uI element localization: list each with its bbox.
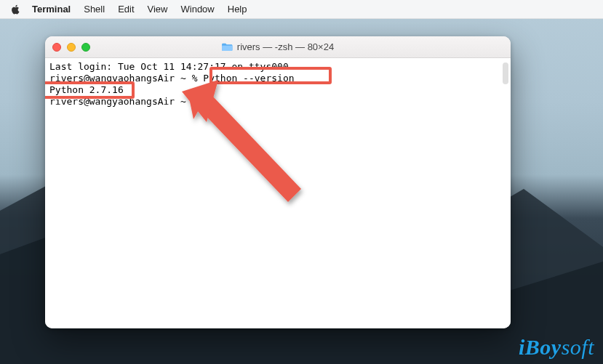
window-close-button[interactable] bbox=[52, 43, 61, 52]
window-title-text: rivers — -zsh — 80×24 bbox=[237, 41, 334, 52]
terminal-last-login: Last login: Tue Oct 11 14:27:17 on ttys0… bbox=[49, 61, 506, 73]
watermark-suffix: soft bbox=[562, 335, 594, 359]
scrollbar-thumb[interactable] bbox=[503, 62, 508, 84]
window-traffic-lights bbox=[52, 43, 90, 52]
menu-app-name[interactable]: Terminal bbox=[32, 4, 71, 15]
menu-window[interactable]: Window bbox=[181, 4, 215, 15]
window-zoom-button[interactable] bbox=[81, 43, 90, 52]
prompt-user: rivers@wangyaohangsAir bbox=[49, 96, 175, 107]
menu-view[interactable]: View bbox=[148, 4, 168, 15]
apple-menu-icon[interactable] bbox=[10, 4, 20, 15]
terminal-line-output: Python 2.7.16 bbox=[49, 84, 506, 96]
watermark-brand: iBoy bbox=[519, 335, 562, 359]
folder-icon bbox=[222, 42, 233, 52]
menu-bar: Terminal Shell Edit View Window Help bbox=[0, 0, 603, 19]
terminal-line-prompt: rivers@wangyaohangsAir ~ % bbox=[49, 96, 506, 108]
menu-shell[interactable]: Shell bbox=[84, 4, 105, 15]
prompt-tail: ~ % bbox=[175, 73, 203, 84]
window-title: rivers — -zsh — 80×24 bbox=[45, 41, 511, 52]
window-minimize-button[interactable] bbox=[67, 43, 76, 52]
prompt-tail: ~ % bbox=[175, 96, 203, 107]
terminal-line-command: rivers@wangyaohangsAir ~ % Python --vers… bbox=[49, 73, 506, 84]
typed-command: Python --version bbox=[203, 73, 294, 84]
terminal-body[interactable]: Last login: Tue Oct 11 14:27:17 on ttys0… bbox=[45, 58, 511, 328]
menu-help[interactable]: Help bbox=[228, 4, 247, 15]
watermark-logo: iBoysoft bbox=[519, 335, 594, 360]
cursor-icon bbox=[203, 96, 209, 106]
prompt-user: rivers@wangyaohangsAir bbox=[49, 73, 175, 84]
menu-edit[interactable]: Edit bbox=[118, 4, 134, 15]
window-titlebar[interactable]: rivers — -zsh — 80×24 bbox=[45, 36, 511, 58]
terminal-window: rivers — -zsh — 80×24 Last login: Tue Oc… bbox=[45, 36, 511, 328]
